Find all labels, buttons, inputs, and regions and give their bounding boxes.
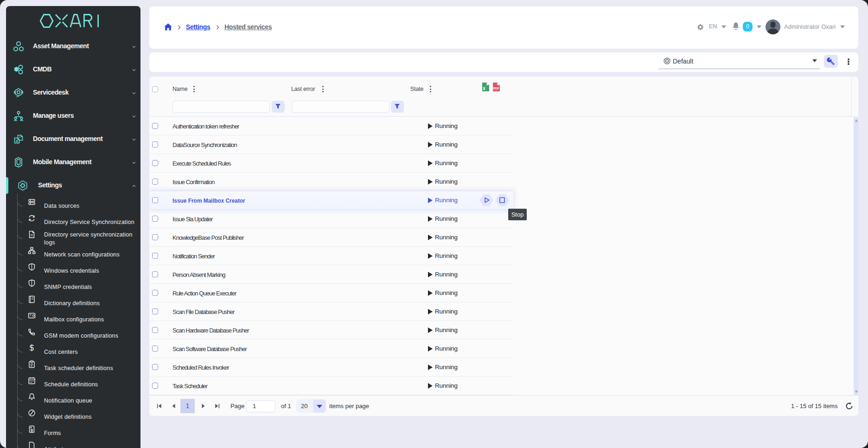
svg-text:x: x xyxy=(483,86,485,91)
svg-text:PDF: PDF xyxy=(493,87,499,90)
